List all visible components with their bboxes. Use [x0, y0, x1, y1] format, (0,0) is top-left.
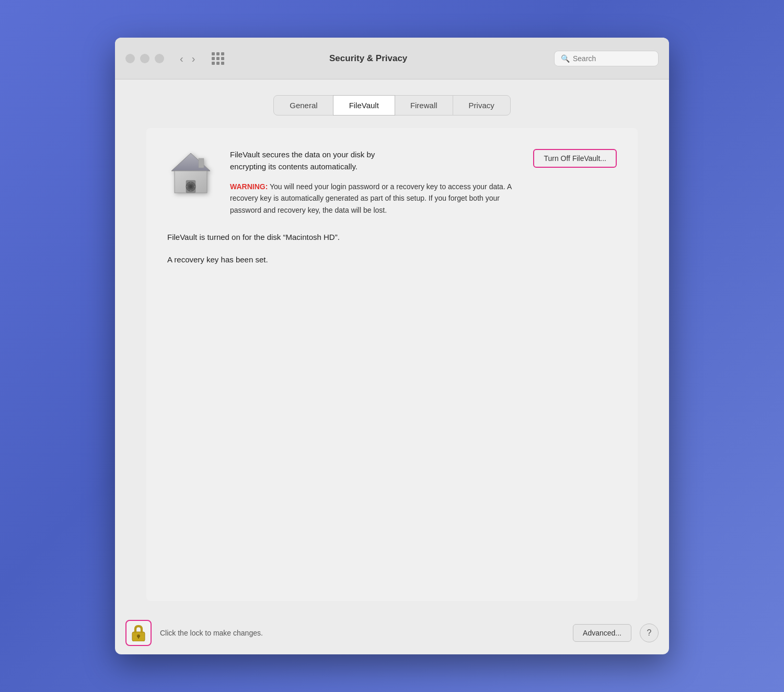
- minimize-button[interactable]: [140, 54, 149, 63]
- panel-description: FileVault secures the data on your disk …: [230, 149, 517, 216]
- warning-text: WARNING: You will need your login passwo…: [230, 181, 517, 216]
- panel-top: FileVault secures the data on your disk …: [167, 149, 617, 216]
- tab-filevault[interactable]: FileVault: [333, 95, 395, 116]
- back-button[interactable]: ‹: [177, 51, 187, 66]
- traffic-lights: [125, 54, 164, 63]
- system-preferences-window: ‹ › Security & Privacy 🔍 General: [115, 38, 669, 654]
- help-button[interactable]: ?: [640, 624, 659, 642]
- search-input[interactable]: [573, 54, 652, 63]
- tabs-bar: General FileVault Firewall Privacy: [146, 95, 638, 116]
- tab-general[interactable]: General: [273, 95, 333, 116]
- lock-icon: [131, 625, 146, 641]
- lock-button[interactable]: [125, 620, 152, 646]
- advanced-button[interactable]: Advanced...: [573, 624, 631, 642]
- svg-marker-0: [171, 153, 210, 171]
- description-title: FileVault secures the data on your disk …: [230, 149, 517, 172]
- maximize-button[interactable]: [155, 54, 164, 63]
- titlebar: ‹ › Security & Privacy 🔍: [115, 38, 669, 79]
- lock-label: Click the lock to make changes.: [160, 629, 564, 637]
- search-box[interactable]: 🔍: [554, 51, 659, 66]
- turn-off-filevault-button[interactable]: Turn Off FileVault...: [533, 149, 617, 168]
- warning-label: WARNING:: [230, 182, 268, 191]
- tab-firewall[interactable]: Firewall: [394, 95, 454, 116]
- bottom-bar: Click the lock to make changes. Advanced…: [115, 612, 669, 654]
- tab-privacy[interactable]: Privacy: [453, 95, 511, 116]
- svg-point-6: [189, 185, 192, 188]
- filevault-status-text: FileVault is turned on for the disk “Mac…: [167, 232, 617, 244]
- svg-rect-1: [199, 158, 204, 168]
- search-icon: 🔍: [561, 54, 570, 63]
- window-title: Security & Privacy: [191, 53, 546, 64]
- recovery-key-text: A recovery key has been set.: [167, 254, 617, 266]
- svg-rect-13: [138, 636, 139, 639]
- content-area: General FileVault Firewall Privacy: [115, 79, 669, 612]
- filevault-icon: [167, 149, 214, 196]
- filevault-panel: FileVault secures the data on your disk …: [146, 128, 638, 601]
- close-button[interactable]: [125, 54, 135, 63]
